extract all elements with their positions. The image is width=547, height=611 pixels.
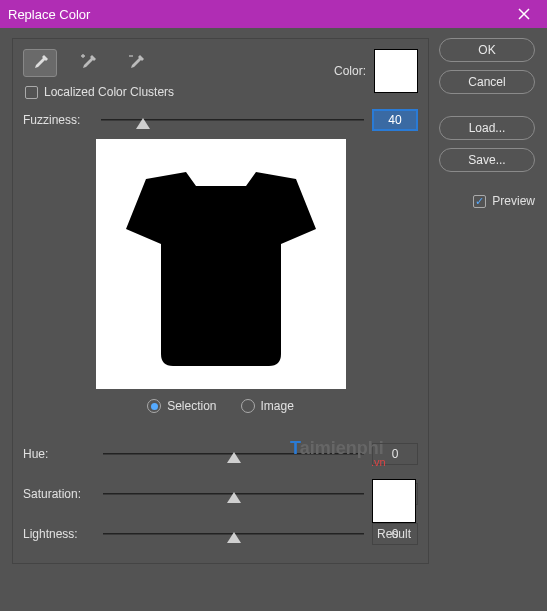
preview-label: Preview: [492, 194, 535, 208]
eyedropper-plus-tool[interactable]: [71, 49, 105, 77]
dialog-title: Replace Color: [8, 7, 509, 22]
color-label: Color:: [334, 64, 366, 78]
localized-clusters-label: Localized Color Clusters: [44, 85, 174, 99]
result-color-swatch[interactable]: [372, 479, 416, 523]
lightness-slider[interactable]: [103, 524, 364, 544]
ok-button[interactable]: OK: [439, 38, 535, 62]
hue-slider[interactable]: [103, 444, 364, 464]
selected-color-swatch[interactable]: [374, 49, 418, 93]
result-label: Result: [377, 527, 411, 541]
saturation-label: Saturation:: [23, 487, 95, 501]
preview-checkbox[interactable]: [473, 195, 486, 208]
cancel-button[interactable]: Cancel: [439, 70, 535, 94]
lightness-label: Lightness:: [23, 527, 95, 541]
radio-dot-icon: [147, 399, 161, 413]
load-button[interactable]: Load...: [439, 116, 535, 140]
button-column: OK Cancel Load... Save... Preview: [439, 38, 535, 564]
localized-clusters-checkbox[interactable]: [25, 86, 38, 99]
main-panel: Color: Localized Color Clusters Fuzzines…: [12, 38, 429, 564]
close-button[interactable]: [509, 0, 539, 28]
selection-mask-image: [101, 144, 341, 384]
hue-input[interactable]: [372, 443, 418, 465]
selection-radio-label: Selection: [167, 399, 216, 413]
save-button[interactable]: Save...: [439, 148, 535, 172]
hue-label: Hue:: [23, 447, 95, 461]
eyedropper-minus-tool[interactable]: [119, 49, 153, 77]
titlebar: Replace Color: [0, 0, 547, 28]
selection-radio[interactable]: Selection: [147, 399, 216, 413]
preview-area: [96, 139, 346, 389]
radio-dot-icon: [241, 399, 255, 413]
fuzziness-label: Fuzziness:: [23, 113, 93, 127]
fuzziness-slider[interactable]: [101, 110, 364, 130]
eyedropper-tool[interactable]: [23, 49, 57, 77]
image-radio-label: Image: [261, 399, 294, 413]
image-radio[interactable]: Image: [241, 399, 294, 413]
saturation-slider[interactable]: [103, 484, 364, 504]
fuzziness-input[interactable]: [372, 109, 418, 131]
